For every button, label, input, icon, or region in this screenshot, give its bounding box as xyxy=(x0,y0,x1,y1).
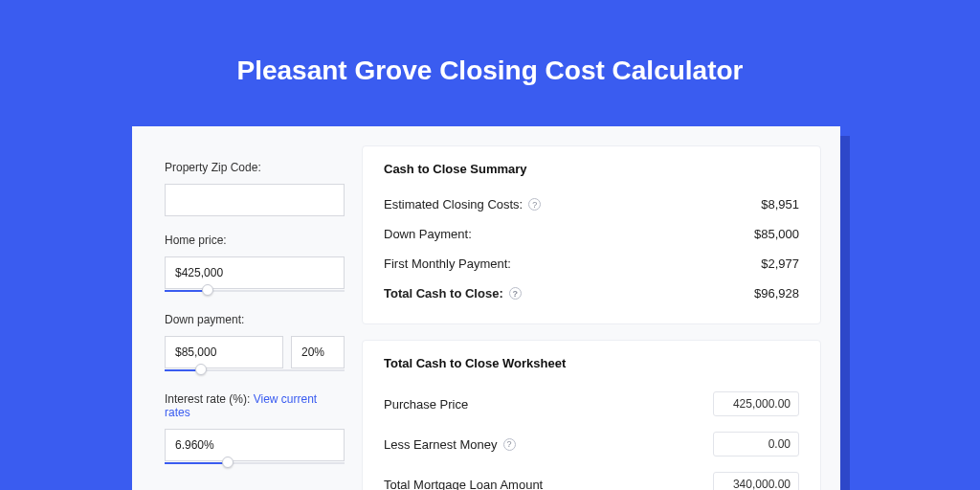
price-input[interactable] xyxy=(165,256,345,289)
row-label-text: Estimated Closing Costs: xyxy=(384,197,523,212)
help-icon[interactable]: ? xyxy=(503,438,516,451)
row-label-text: Purchase Price xyxy=(384,397,468,412)
rate-label: Interest rate (%): View current rates xyxy=(165,392,345,419)
worksheet-input[interactable] xyxy=(713,472,799,490)
summary-row: Down Payment: $85,000 xyxy=(384,219,799,249)
worksheet-row: Less Earnest Money ? xyxy=(384,424,799,464)
summary-total-row: Total Cash to Close: ? $96,928 xyxy=(384,278,799,308)
row-label-text: Total Mortgage Loan Amount xyxy=(384,478,543,491)
worksheet-panel: Total Cash to Close Worksheet Purchase P… xyxy=(362,340,821,490)
down-pct-input[interactable] xyxy=(291,336,345,368)
worksheet-title: Total Cash to Close Worksheet xyxy=(384,356,799,370)
calculator-card: Property Zip Code: Home price: Down paym… xyxy=(132,126,840,490)
row-label-text: Total Cash to Close: xyxy=(384,286,503,301)
slider-thumb[interactable] xyxy=(195,364,207,375)
worksheet-input[interactable] xyxy=(713,391,799,416)
down-label: Down payment: xyxy=(165,313,345,326)
row-label-text: Less Earnest Money xyxy=(384,437,498,452)
zip-input[interactable] xyxy=(165,184,345,216)
row-label-text: First Monthly Payment: xyxy=(384,256,511,271)
rate-input[interactable] xyxy=(165,429,345,461)
worksheet-row: Total Mortgage Loan Amount xyxy=(384,464,799,490)
row-value: $2,977 xyxy=(761,256,799,271)
rate-slider[interactable] xyxy=(165,460,345,468)
row-value: $8,951 xyxy=(761,197,799,212)
row-value: $96,928 xyxy=(754,286,799,301)
down-slider[interactable] xyxy=(165,368,345,375)
field-zip: Property Zip Code: xyxy=(165,161,345,216)
row-label-text: Down Payment: xyxy=(384,227,472,241)
slider-thumb[interactable] xyxy=(202,284,213,296)
help-icon[interactable]: ? xyxy=(509,287,522,300)
summary-row: Estimated Closing Costs: ? $8,951 xyxy=(384,189,799,219)
summary-panel: Cash to Close Summary Estimated Closing … xyxy=(362,145,821,324)
help-icon[interactable]: ? xyxy=(528,198,541,211)
slider-thumb[interactable] xyxy=(222,457,234,468)
price-slider[interactable] xyxy=(165,288,345,296)
down-input[interactable] xyxy=(165,336,283,368)
page-title: Pleasant Grove Closing Cost Calculator xyxy=(0,0,980,113)
summary-row: First Monthly Payment: $2,977 xyxy=(384,249,799,278)
field-interest-rate: Interest rate (%): View current rates xyxy=(165,392,345,468)
summary-title: Cash to Close Summary xyxy=(384,162,799,176)
inputs-panel: Property Zip Code: Home price: Down paym… xyxy=(132,126,362,490)
price-label: Home price: xyxy=(165,234,345,247)
results-panel: Cash to Close Summary Estimated Closing … xyxy=(362,126,840,490)
row-value: $85,000 xyxy=(754,227,799,241)
field-home-price: Home price: xyxy=(165,234,345,296)
zip-label: Property Zip Code: xyxy=(165,161,345,174)
field-down-payment: Down payment: xyxy=(165,313,345,375)
worksheet-input[interactable] xyxy=(713,432,799,457)
worksheet-row: Purchase Price xyxy=(384,384,799,424)
